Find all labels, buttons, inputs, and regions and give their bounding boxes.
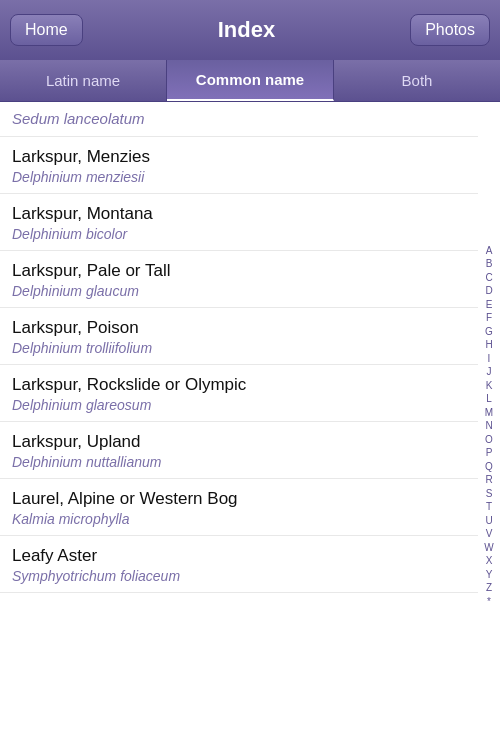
alpha-p[interactable]: P [486,446,493,460]
alpha-r[interactable]: R [485,473,492,487]
alpha-*[interactable]: * [487,595,491,609]
list-item: Laurel, Alpine or Western Bog Kalmia mic… [0,479,478,536]
list-item: Larkspur, Menzies Delphinium menziesii [0,137,478,194]
alpha-d[interactable]: D [485,284,492,298]
latin-name-first: Sedum lanceolatum [12,110,145,127]
tab-latin[interactable]: Latin name [0,60,167,101]
alpha-s[interactable]: S [486,487,493,501]
alpha-k[interactable]: K [486,379,493,393]
tab-common[interactable]: Common name [167,60,334,101]
alpha-m[interactable]: M [485,406,493,420]
latin-name: Delphinium glaucum [12,283,466,299]
home-button[interactable]: Home [10,14,83,46]
alpha-w[interactable]: W [484,541,493,555]
alphabet-sidebar: ABCDEFGHIJKLMNOPQRSTUVWXYZ* [478,102,500,750]
latin-name: Kalmia microphylla [12,511,466,527]
list-item: Larkspur, Pale or Tall Delphinium glaucu… [0,251,478,308]
header: Home Index Photos [0,0,500,60]
alpha-a[interactable]: A [486,244,493,258]
alpha-f[interactable]: F [486,311,492,325]
alpha-g[interactable]: G [485,325,493,339]
page-title: Index [218,17,275,43]
alpha-y[interactable]: Y [486,568,493,582]
photos-button[interactable]: Photos [410,14,490,46]
content-area: ABCDEFGHIJKLMNOPQRSTUVWXYZ* Sedum lanceo… [0,102,500,750]
common-name: Larkspur, Upland [12,432,466,452]
list-item: Larkspur, Poison Delphinium trolliifoliu… [0,308,478,365]
list-item: Larkspur, Upland Delphinium nuttallianum [0,422,478,479]
latin-name: Delphinium glareosum [12,397,466,413]
alpha-x[interactable]: X [486,554,493,568]
common-name: Leafy Aster [12,546,466,566]
common-name: Larkspur, Menzies [12,147,466,167]
common-name: Larkspur, Poison [12,318,466,338]
common-name: Laurel, Alpine or Western Bog [12,489,466,509]
list-item: Leafy Aster Symphyotrichum foliaceum [0,536,478,593]
latin-name: Delphinium nuttallianum [12,454,466,470]
common-name: Larkspur, Pale or Tall [12,261,466,281]
tab-bar: Latin name Common name Both [0,60,500,102]
latin-name: Delphinium menziesii [12,169,466,185]
common-name: Larkspur, Rockslide or Olympic [12,375,466,395]
tab-both[interactable]: Both [334,60,500,101]
alpha-t[interactable]: T [486,500,492,514]
alpha-h[interactable]: H [485,338,492,352]
alpha-n[interactable]: N [485,419,492,433]
alpha-v[interactable]: V [486,527,493,541]
alpha-q[interactable]: Q [485,460,493,474]
latin-name: Symphyotrichum foliaceum [12,568,466,584]
plant-list: Sedum lanceolatum Larkspur, Menzies Delp… [0,102,500,593]
alpha-b[interactable]: B [486,257,493,271]
list-item: Larkspur, Montana Delphinium bicolor [0,194,478,251]
alpha-i[interactable]: I [488,352,491,366]
alpha-e[interactable]: E [486,298,493,312]
alpha-j[interactable]: J [487,365,492,379]
list-item: Larkspur, Rockslide or Olympic Delphiniu… [0,365,478,422]
latin-name: Delphinium trolliifolium [12,340,466,356]
common-name: Larkspur, Montana [12,204,466,224]
alpha-z[interactable]: Z [486,581,492,595]
latin-name: Delphinium bicolor [12,226,466,242]
alpha-o[interactable]: O [485,433,493,447]
alpha-l[interactable]: L [486,392,492,406]
list-item-first: Sedum lanceolatum [0,102,478,137]
alpha-c[interactable]: C [485,271,492,285]
alpha-u[interactable]: U [485,514,492,528]
